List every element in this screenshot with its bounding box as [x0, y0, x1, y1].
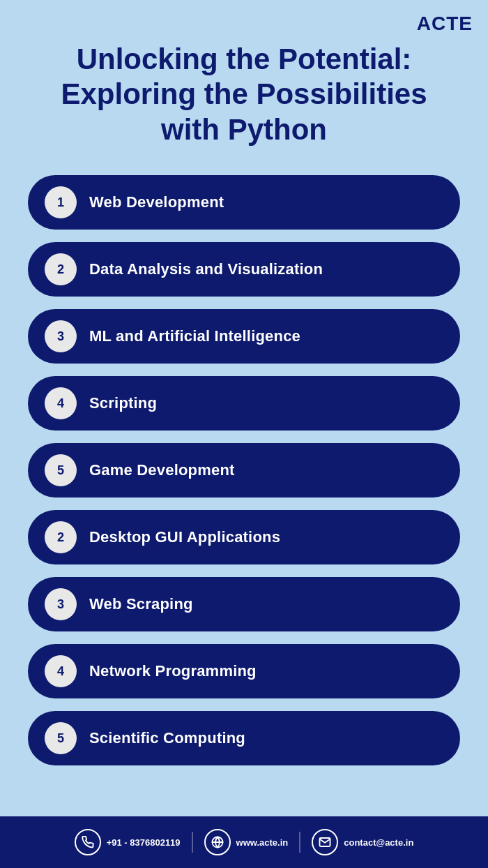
- item-label-7: Web Scraping: [89, 595, 193, 613]
- item-number-1: 1: [45, 186, 77, 218]
- item-label-8: Network Programming: [89, 662, 257, 680]
- list-item: 5Scientific Computing: [28, 711, 460, 765]
- list-item: 4Network Programming: [28, 644, 460, 698]
- list-item: 1Web Development: [28, 175, 460, 230]
- item-number-9: 5: [45, 722, 77, 754]
- footer: +91 - 8376802119 www.acte.in contact@act…: [0, 816, 488, 868]
- item-label-9: Scientific Computing: [89, 729, 245, 747]
- list-item: 4Scripting: [28, 376, 460, 431]
- footer-website-item: www.acte.in: [204, 829, 289, 855]
- item-number-3: 3: [45, 320, 77, 352]
- item-number-6: 2: [45, 521, 77, 553]
- item-number-2: 2: [45, 253, 77, 285]
- item-number-4: 4: [45, 387, 77, 419]
- main-title: Unlocking the Potential: Exploring the P…: [42, 42, 446, 147]
- email-icon: [312, 829, 338, 855]
- footer-divider-2: [299, 832, 300, 853]
- item-number-7: 3: [45, 588, 77, 620]
- footer-phone-item: +91 - 8376802119: [75, 829, 181, 855]
- list-item: 3ML and Artificial Intelligence: [28, 309, 460, 364]
- item-label-5: Game Development: [89, 461, 235, 479]
- list-item: 3Web Scraping: [28, 577, 460, 631]
- phone-icon: [75, 829, 101, 855]
- globe-icon: [204, 829, 231, 855]
- footer-phone-text: +91 - 8376802119: [107, 837, 181, 848]
- footer-email-text: contact@acte.in: [344, 837, 413, 848]
- item-label-6: Desktop GUI Applications: [89, 528, 280, 546]
- item-number-8: 4: [45, 655, 77, 687]
- item-label-4: Scripting: [89, 394, 157, 412]
- footer-email-item: contact@acte.in: [312, 829, 413, 855]
- footer-website-text: www.acte.in: [236, 837, 289, 848]
- item-label-1: Web Development: [89, 193, 224, 211]
- list-section: 1Web Development2Data Analysis and Visua…: [0, 161, 488, 779]
- list-item: 5Game Development: [28, 443, 460, 497]
- item-label-3: ML and Artificial Intelligence: [89, 327, 300, 345]
- item-label-2: Data Analysis and Visualization: [89, 260, 323, 278]
- footer-divider-1: [192, 832, 193, 853]
- item-number-5: 5: [45, 454, 77, 486]
- title-section: Unlocking the Potential: Exploring the P…: [0, 0, 488, 161]
- logo: ACTE: [417, 13, 473, 35]
- list-item: 2Desktop GUI Applications: [28, 510, 460, 564]
- list-item: 2Data Analysis and Visualization: [28, 242, 460, 297]
